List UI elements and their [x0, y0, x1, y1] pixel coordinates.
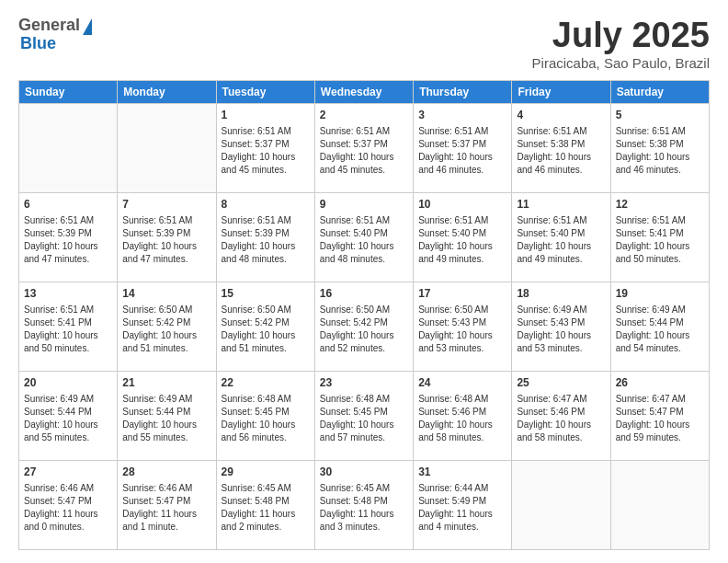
sunset-text: Sunset: 5:47 PM [24, 495, 112, 508]
daylight-text: Daylight: 11 hours and 4 minutes. [418, 508, 506, 534]
sunset-text: Sunset: 5:49 PM [418, 495, 506, 508]
sunrise-text: Sunrise: 6:51 AM [517, 214, 605, 227]
table-row [118, 103, 216, 192]
table-row: 27Sunrise: 6:46 AMSunset: 5:47 PMDayligh… [19, 460, 118, 549]
day-number: 25 [517, 375, 605, 391]
sunset-text: Sunset: 5:44 PM [24, 406, 112, 419]
day-number: 7 [122, 197, 210, 213]
sunset-text: Sunset: 5:43 PM [517, 316, 605, 329]
daylight-text: Daylight: 10 hours and 46 minutes. [517, 151, 605, 177]
logo-general-text: General [18, 17, 80, 35]
sunset-text: Sunset: 5:39 PM [122, 227, 210, 240]
daylight-text: Daylight: 10 hours and 55 minutes. [122, 419, 210, 444]
col-monday: Monday [118, 80, 216, 103]
daylight-text: Daylight: 10 hours and 54 minutes. [616, 329, 704, 355]
daylight-text: Daylight: 10 hours and 50 minutes. [616, 240, 704, 266]
day-number: 20 [24, 375, 112, 391]
sunrise-text: Sunrise: 6:49 AM [517, 304, 605, 316]
sunrise-text: Sunrise: 6:46 AM [122, 482, 210, 495]
daylight-text: Daylight: 10 hours and 45 minutes. [320, 151, 408, 177]
daylight-text: Daylight: 10 hours and 51 minutes. [222, 329, 310, 355]
sunrise-text: Sunrise: 6:51 AM [320, 214, 408, 227]
day-number: 31 [418, 465, 506, 480]
daylight-text: Daylight: 10 hours and 58 minutes. [418, 419, 506, 444]
day-number: 29 [222, 465, 310, 480]
day-number: 19 [616, 286, 704, 302]
table-row: 5Sunrise: 6:51 AMSunset: 5:38 PMDaylight… [610, 103, 709, 192]
sunset-text: Sunset: 5:48 PM [222, 495, 310, 508]
day-number: 5 [616, 108, 704, 123]
sunset-text: Sunset: 5:40 PM [517, 227, 605, 240]
day-number: 13 [24, 286, 112, 302]
daylight-text: Daylight: 10 hours and 49 minutes. [517, 240, 605, 266]
day-number: 26 [616, 375, 704, 391]
table-row: 25Sunrise: 6:47 AMSunset: 5:46 PMDayligh… [512, 371, 610, 460]
col-tuesday: Tuesday [216, 80, 314, 103]
sunrise-text: Sunrise: 6:48 AM [222, 393, 310, 406]
daylight-text: Daylight: 10 hours and 52 minutes. [320, 329, 408, 355]
sunset-text: Sunset: 5:48 PM [320, 495, 408, 508]
calendar-header-row: Sunday Monday Tuesday Wednesday Thursday… [19, 80, 710, 103]
table-row: 15Sunrise: 6:50 AMSunset: 5:42 PMDayligh… [216, 282, 314, 371]
day-number: 30 [320, 465, 408, 480]
table-row: 24Sunrise: 6:48 AMSunset: 5:46 PMDayligh… [414, 371, 512, 460]
calendar-title: July 2025 [532, 17, 710, 55]
table-row: 4Sunrise: 6:51 AMSunset: 5:38 PMDaylight… [512, 103, 610, 192]
col-thursday: Thursday [414, 80, 512, 103]
table-row: 23Sunrise: 6:48 AMSunset: 5:45 PMDayligh… [314, 371, 413, 460]
daylight-text: Daylight: 10 hours and 57 minutes. [320, 419, 408, 444]
col-friday: Friday [512, 80, 610, 103]
day-number: 14 [122, 286, 210, 302]
table-row: 29Sunrise: 6:45 AMSunset: 5:48 PMDayligh… [216, 460, 314, 549]
sunrise-text: Sunrise: 6:46 AM [24, 482, 112, 495]
sunset-text: Sunset: 5:40 PM [320, 227, 408, 240]
sunset-text: Sunset: 5:46 PM [418, 406, 506, 419]
day-number: 17 [418, 286, 506, 302]
daylight-text: Daylight: 10 hours and 47 minutes. [24, 240, 112, 266]
table-row [19, 103, 118, 192]
sunset-text: Sunset: 5:39 PM [222, 227, 310, 240]
day-number: 23 [320, 375, 408, 391]
day-number: 18 [517, 286, 605, 302]
day-number: 15 [222, 286, 310, 302]
col-saturday: Saturday [610, 80, 709, 103]
title-block: July 2025 Piracicaba, Sao Paulo, Brazil [532, 17, 710, 71]
sunset-text: Sunset: 5:38 PM [517, 138, 605, 151]
daylight-text: Daylight: 10 hours and 46 minutes. [616, 151, 704, 177]
daylight-text: Daylight: 10 hours and 49 minutes. [418, 240, 506, 266]
daylight-text: Daylight: 10 hours and 59 minutes. [616, 419, 704, 444]
table-row: 2Sunrise: 6:51 AMSunset: 5:37 PMDaylight… [314, 103, 413, 192]
table-row: 31Sunrise: 6:44 AMSunset: 5:49 PMDayligh… [414, 460, 512, 549]
daylight-text: Daylight: 11 hours and 0 minutes. [24, 508, 112, 534]
table-row: 18Sunrise: 6:49 AMSunset: 5:43 PMDayligh… [512, 282, 610, 371]
sunset-text: Sunset: 5:38 PM [616, 138, 704, 151]
sunrise-text: Sunrise: 6:51 AM [517, 125, 605, 138]
sunrise-text: Sunrise: 6:50 AM [222, 304, 310, 316]
table-row: 17Sunrise: 6:50 AMSunset: 5:43 PMDayligh… [414, 282, 512, 371]
daylight-text: Daylight: 11 hours and 2 minutes. [222, 508, 310, 534]
day-number: 16 [320, 286, 408, 302]
sunset-text: Sunset: 5:41 PM [24, 316, 112, 329]
sunset-text: Sunset: 5:42 PM [320, 316, 408, 329]
day-number: 10 [418, 197, 506, 213]
sunset-text: Sunset: 5:44 PM [122, 406, 210, 419]
header: General Blue July 2025 Piracicaba, Sao P… [18, 17, 710, 71]
table-row: 7Sunrise: 6:51 AMSunset: 5:39 PMDaylight… [118, 192, 216, 282]
daylight-text: Daylight: 10 hours and 50 minutes. [24, 329, 112, 355]
sunset-text: Sunset: 5:41 PM [616, 227, 704, 240]
sunset-text: Sunset: 5:37 PM [320, 138, 408, 151]
sunrise-text: Sunrise: 6:49 AM [616, 304, 704, 316]
daylight-text: Daylight: 10 hours and 47 minutes. [122, 240, 210, 266]
day-number: 12 [616, 197, 704, 213]
sunrise-text: Sunrise: 6:47 AM [517, 393, 605, 406]
sunset-text: Sunset: 5:43 PM [418, 316, 506, 329]
day-number: 8 [222, 197, 310, 213]
sunrise-text: Sunrise: 6:51 AM [418, 214, 506, 227]
day-number: 4 [517, 108, 605, 123]
table-row: 16Sunrise: 6:50 AMSunset: 5:42 PMDayligh… [314, 282, 413, 371]
sunrise-text: Sunrise: 6:48 AM [320, 393, 408, 406]
table-row: 1Sunrise: 6:51 AMSunset: 5:37 PMDaylight… [216, 103, 314, 192]
daylight-text: Daylight: 10 hours and 48 minutes. [320, 240, 408, 266]
daylight-text: Daylight: 10 hours and 56 minutes. [222, 419, 310, 444]
day-number: 9 [320, 197, 408, 213]
